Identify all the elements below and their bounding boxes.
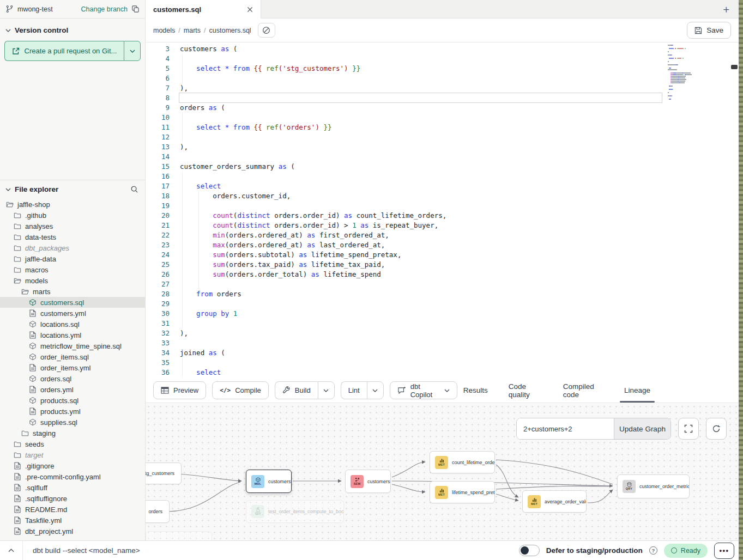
file-explorer-item-orders.sql[interactable]: orders.sql [0, 373, 145, 384]
file-explorer-item-staging[interactable]: staging [0, 428, 145, 439]
panel-tab-compiled-code[interactable]: Compiled code [563, 378, 603, 403]
panel-tab-lineage[interactable]: Lineage [624, 378, 650, 403]
code-line-7[interactable]: 7), [146, 83, 739, 93]
file-explorer-item-metricflow_time_spine.sql[interactable]: metricflow_time_spine.sql [0, 340, 145, 351]
file-explorer-item-jaffle-shop[interactable]: jaffle-shop [0, 199, 145, 210]
search-icon[interactable] [130, 185, 138, 193]
code-line-29[interactable]: 29 [146, 299, 739, 309]
lineage-node-customer_order_metrics[interactable]: QRYcustomer_order_metrics [617, 474, 690, 498]
file-explorer-item-order_items.yml[interactable]: order_items.yml [0, 362, 145, 373]
update-graph-button[interactable]: Update Graph [614, 418, 670, 439]
expand-panel-button[interactable] [0, 541, 23, 560]
code-line-27[interactable]: 27 [146, 279, 739, 289]
code-line-32[interactable]: 32), [146, 328, 739, 338]
file-explorer-item-locations.yml[interactable]: locations.yml [0, 330, 145, 340]
version-control-header[interactable]: Version control [0, 19, 145, 34]
lineage-node-customers[interactable]: SEMcustomers [345, 470, 391, 493]
defer-toggle[interactable] [519, 545, 540, 556]
code-line-11[interactable]: 11 select * from {{ ref('orders') }} [146, 123, 739, 132]
file-explorer-item-products.yml[interactable]: products.yml [0, 406, 145, 417]
compile-button[interactable]: </> Compile [212, 381, 269, 399]
code-line-31[interactable]: 31 [146, 319, 739, 328]
file-explorer-item-customers.sql[interactable]: customers.sql [0, 297, 145, 308]
lint-dropdown-button[interactable] [367, 381, 384, 399]
file-explorer-item-macros[interactable]: macros [0, 264, 145, 275]
lineage-node-faded_bottom[interactable] [146, 531, 212, 540]
code-line-14[interactable]: 14 [146, 152, 739, 162]
file-explorer-item-.gitignore[interactable]: .gitignore [0, 460, 145, 471]
code-line-33[interactable]: 33 [146, 338, 739, 348]
panel-tab-results[interactable]: Results [463, 378, 488, 403]
code-line-34[interactable]: 34joined as ( [146, 348, 739, 358]
code-editor[interactable]: 3customers as (45 select * from {{ ref('… [146, 42, 739, 378]
editor-scrollbar-thumb[interactable] [731, 65, 738, 69]
file-explorer-item-.github[interactable]: .github [0, 210, 145, 221]
code-line-20[interactable]: 20 count(distinct orders.order_id) as co… [146, 211, 739, 221]
refresh-button[interactable] [706, 418, 727, 440]
create-pr-button[interactable]: Create a pull request on Git... [4, 41, 124, 61]
file-explorer-item-marts[interactable]: marts [0, 286, 145, 297]
code-line-18[interactable]: 18 orders.customer_id, [146, 191, 739, 201]
tab-customers-sql[interactable]: customers.sql [146, 0, 261, 19]
fullscreen-button[interactable] [678, 418, 699, 440]
file-explorer-item-products.sql[interactable]: products.sql [0, 395, 145, 406]
file-explorer-item-supplies.sql[interactable]: supplies.sql [0, 417, 145, 428]
lint-button[interactable]: Lint [341, 381, 367, 399]
file-explorer-item-target[interactable]: target [0, 449, 145, 460]
code-line-25[interactable]: 25 sum(orders.tax_paid) as lifetime_tax_… [146, 260, 739, 270]
build-button[interactable]: Build [275, 381, 318, 399]
lineage-node-customers[interactable]: MDLcustomers [246, 470, 292, 493]
lineage-node-count_lifetime_orders[interactable]: METcount_lifetime_orders [430, 451, 495, 473]
code-line-5[interactable]: 5 select * from {{ ref('stg_customers') … [146, 64, 739, 74]
code-line-24[interactable]: 24 sum(orders.subtotal) as lifetime_spen… [146, 250, 739, 260]
command-input[interactable]: dbt build --select <model_name> [33, 546, 140, 555]
close-icon[interactable] [247, 7, 253, 13]
create-pr-dropdown-button[interactable] [124, 41, 141, 61]
code-line-13[interactable]: 13), [146, 142, 739, 152]
change-branch-link[interactable]: Change branch [81, 5, 128, 13]
file-explorer-item-Taskfile.yml[interactable]: Taskfile.yml [0, 515, 145, 526]
code-line-19[interactable]: 19 [146, 201, 739, 211]
code-line-26[interactable]: 26 sum(orders.order_total) as lifetime_s… [146, 270, 739, 279]
help-icon[interactable]: ? [649, 546, 657, 555]
code-line-12[interactable]: 12 [146, 132, 739, 142]
code-line-16[interactable]: 16 [146, 172, 739, 181]
code-line-3[interactable]: 3customers as ( [146, 44, 739, 54]
copy-branch-icon[interactable] [131, 5, 140, 13]
code-line-21[interactable]: 21 count(distinct orders.order_id) > 1 a… [146, 221, 739, 230]
file-explorer-item-dbt_packages[interactable]: dbt_packages [0, 242, 145, 253]
build-dropdown-button[interactable] [318, 381, 335, 399]
more-options-button[interactable]: ••• [714, 543, 734, 559]
file-explorer-item-order_items.sql[interactable]: order_items.sql [0, 351, 145, 362]
code-line-6[interactable]: 6 [146, 74, 739, 83]
circle-slash-icon[interactable] [258, 23, 275, 38]
lineage-node-average_order_value[interactable]: METaverage_order_value [522, 490, 587, 513]
code-line-10[interactable]: 10 [146, 113, 739, 123]
file-explorer-header[interactable]: File explorer [0, 180, 145, 193]
file-explorer-item-README.md[interactable]: README.md [0, 504, 145, 515]
code-line-28[interactable]: 28 from orders [146, 289, 739, 299]
lineage-node-lifetime_spend_pretax[interactable]: METlifetime_spend_pretax [430, 481, 495, 503]
file-explorer-item-data-tests[interactable]: data-tests [0, 232, 145, 242]
breadcrumb-marts[interactable]: marts [184, 27, 201, 34]
file-explorer-item-orders.yml[interactable]: orders.yml [0, 384, 145, 395]
file-explorer-item-seeds[interactable]: seeds [0, 439, 145, 449]
save-button[interactable]: Save [687, 22, 731, 39]
file-explorer-item-analyses[interactable]: analyses [0, 221, 145, 232]
lineage-node-stg_customers[interactable]: MDLstg_customers [146, 462, 182, 484]
new-tab-button[interactable]: ＋ [714, 0, 739, 18]
file-explorer-item-jaffle-data[interactable]: jaffle-data [0, 253, 145, 264]
file-explorer-item-.sqlfluffignore[interactable]: .sqlfluffignore [0, 493, 145, 504]
lineage-node-orders[interactable]: MDLorders [146, 500, 170, 523]
file-explorer-item-customers.yml[interactable]: customers.yml [0, 308, 145, 319]
code-line-36[interactable]: 36 select [146, 368, 739, 378]
file-explorer-item-models[interactable]: models [0, 275, 145, 286]
dbt-copilot-button[interactable]: dbt Copilot [390, 381, 457, 399]
code-line-22[interactable]: 22 min(orders.ordered_at) as first_order… [146, 230, 739, 240]
code-line-30[interactable]: 30 group by 1 [146, 309, 739, 319]
code-line-8[interactable]: 8 [146, 93, 739, 103]
file-explorer-item-.pre-commit-config.yaml[interactable]: .pre-commit-config.yaml [0, 471, 145, 482]
file-explorer-item-dbt_project.yml[interactable]: dbt_project.yml [0, 526, 145, 537]
panel-tab-code-quality[interactable]: Code quality [509, 378, 542, 403]
minimap[interactable] [668, 45, 714, 100]
